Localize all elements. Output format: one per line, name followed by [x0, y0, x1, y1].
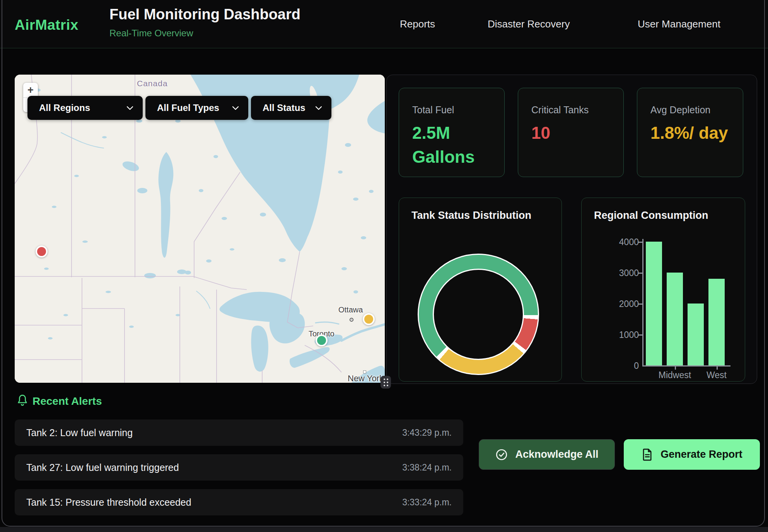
regional-consumption-chart-title: Regional Consumption: [594, 210, 708, 222]
chevron-down-icon: [232, 106, 239, 110]
alert-row[interactable]: Tank 27: Low fuel warning triggered 3:38…: [15, 454, 463, 481]
regional-consumption-bars: [646, 242, 729, 365]
alert-row[interactable]: Tank 2: Low fuel warning 3:43:29 p.m.: [15, 419, 463, 446]
alert-message: Tank 27: Low fuel warning triggered: [26, 462, 179, 473]
map-city-newyork: New York: [348, 373, 384, 383]
zoom-in-button[interactable]: +: [23, 83, 38, 97]
generate-report-label: Generate Report: [660, 448, 742, 460]
alert-message: Tank 2: Low fuel warning: [26, 427, 133, 438]
generate-report-button[interactable]: Generate Report: [624, 439, 760, 470]
y-tick-label: 0: [602, 361, 639, 371]
region-filter-value: All Regions: [39, 102, 90, 113]
nav-disaster-recovery[interactable]: Disaster Recovery: [488, 18, 570, 30]
y-tick-label: 2000: [602, 299, 639, 309]
app-logo: AirMatrix: [15, 17, 79, 33]
alert-time: 3:38:24 p.m.: [402, 462, 452, 473]
status-filter-value: All Status: [263, 102, 305, 113]
file-text-icon: [641, 448, 654, 461]
header: AirMatrix Fuel Monitoring Dashboard Real…: [0, 0, 768, 48]
stat-value-total-fuel: 2.5M Gallons: [412, 121, 493, 169]
chevron-down-icon: [315, 106, 322, 110]
fuel-map[interactable]: Canada Ottawa Toronto New York + − All R…: [15, 75, 385, 383]
bar-Midwest: [667, 273, 683, 365]
alert-message: Tank 15: Pressure threshold exceeded: [26, 497, 191, 508]
stat-card-critical-tanks: Critical Tanks 10: [518, 88, 624, 177]
page-subtitle: Real-Time Overview: [109, 28, 193, 39]
page-title: Fuel Monitoring Dashboard: [109, 6, 300, 23]
y-tick-label: 1000: [602, 330, 639, 340]
stat-value-critical-tanks: 10: [531, 121, 613, 145]
bell-icon: [16, 394, 29, 408]
map-country-label: Canada: [137, 79, 168, 88]
fuel-type-filter-value: All Fuel Types: [157, 102, 219, 113]
alert-row[interactable]: Tank 15: Pressure threshold exceeded 3:3…: [15, 489, 463, 515]
y-tick-label: 4000: [602, 237, 639, 247]
bar-West: [708, 279, 725, 365]
check-circle-icon: [495, 448, 508, 461]
stat-card-total-fuel: Total Fuel 2.5M Gallons: [399, 88, 505, 177]
footer-strip: [0, 527, 768, 532]
tank-marker-normal[interactable]: [316, 334, 328, 346]
dashboard-screen: AirMatrix Fuel Monitoring Dashboard Real…: [0, 0, 768, 532]
status-filter-select[interactable]: All Status: [251, 96, 331, 120]
alert-time: 3:43:29 p.m.: [402, 428, 452, 438]
tank-marker-warning[interactable]: [363, 313, 375, 325]
stat-card-avg-depletion: Avg Depletion 1.8%/ day: [637, 88, 743, 177]
tank-status-chart-title: Tank Status Distribution: [411, 210, 531, 222]
bar-region-0: [646, 242, 662, 365]
x-tick-label: West: [689, 370, 744, 380]
region-filter-select[interactable]: All Regions: [27, 96, 143, 120]
map-filter-row: All Regions All Fuel Types All Status: [27, 96, 331, 120]
chevron-down-icon: [126, 106, 133, 110]
newyork-town-icon: [363, 370, 366, 373]
drag-handle-icon[interactable]: [381, 376, 391, 389]
nav-reports[interactable]: Reports: [400, 18, 435, 30]
ottawa-town-icon: [350, 318, 353, 322]
y-tick-label: 3000: [602, 268, 639, 278]
nav-user-management[interactable]: User Management: [638, 18, 720, 30]
acknowledge-all-label: Acknowledge All: [515, 448, 598, 460]
stat-label: Total Fuel: [412, 104, 497, 116]
bar-chart-y-axis: [642, 239, 643, 366]
alert-time: 3:33:24 p.m.: [402, 497, 452, 508]
tank-marker-critical[interactable]: [36, 246, 48, 257]
bar-region-2: [688, 304, 704, 365]
tank-status-donut-chart: [418, 254, 539, 375]
bar-chart-y-axis-labels: 01000200030004000: [602, 242, 639, 373]
acknowledge-all-button[interactable]: Acknowledge All: [479, 439, 615, 470]
fuel-type-filter-select[interactable]: All Fuel Types: [145, 96, 248, 120]
alerts-heading: Recent Alerts: [32, 395, 102, 408]
stat-value-avg-depletion: 1.8%/ day: [650, 121, 732, 145]
map-city-ottawa: Ottawa: [338, 305, 363, 314]
donut-hole: [433, 269, 524, 360]
stat-label: Avg Depletion: [650, 104, 735, 116]
stat-label: Critical Tanks: [531, 104, 616, 116]
